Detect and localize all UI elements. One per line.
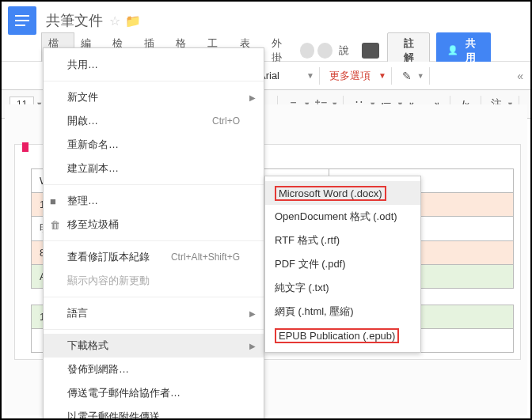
avatar-1[interactable]: [300, 43, 315, 59]
menu-trash[interactable]: 🗑移至垃圾桶: [44, 213, 264, 236]
menu-download[interactable]: 下載格式▶: [44, 334, 264, 358]
docs-logo: [8, 6, 36, 35]
comment-icon[interactable]: [362, 43, 379, 59]
menu-rename[interactable]: 重新命名…: [44, 133, 264, 157]
download-odt[interactable]: OpenDocument 格式 (.odt): [265, 205, 420, 229]
menu-revision[interactable]: 查看修訂版本紀錄Ctrl+Alt+Shift+G: [44, 245, 264, 269]
chevron-down-icon: ▼: [378, 71, 386, 80]
download-txt[interactable]: 純文字 (.txt): [265, 276, 420, 300]
menu-organize[interactable]: ■整理…: [44, 189, 264, 213]
trash-icon: 🗑: [50, 219, 60, 231]
more-options[interactable]: 更多選項: [325, 67, 375, 85]
avatar-2[interactable]: [317, 43, 332, 59]
download-html[interactable]: 網頁 (.html, 壓縮): [265, 300, 420, 324]
download-epub[interactable]: EPUB Publication (.epub): [265, 324, 420, 347]
chevron-right-icon: ▶: [249, 93, 256, 102]
menu-show-updates: 顯示內容的新更動: [44, 269, 264, 293]
download-docx[interactable]: Microsoft Word (.docx): [265, 181, 420, 205]
download-submenu: Microsoft Word (.docx) OpenDocument 格式 (…: [264, 176, 421, 353]
menu-copy[interactable]: 建立副本…: [44, 157, 264, 180]
download-pdf[interactable]: PDF 文件 (.pdf): [265, 252, 420, 276]
menu-email-attach[interactable]: 以電子郵件附件傳送…: [44, 405, 264, 420]
edit-icon[interactable]: ✎: [398, 67, 416, 85]
chevron-right-icon: ▶: [249, 342, 256, 350]
download-rtf[interactable]: RTF 格式 (.rtf): [265, 229, 420, 252]
folder-icon: ■: [50, 195, 56, 207]
chevron-right-icon: ▶: [249, 309, 256, 318]
menu-language[interactable]: 語言▶: [44, 301, 264, 325]
chevron-down-icon[interactable]: ▼: [306, 71, 314, 80]
collapse-icon[interactable]: «: [517, 70, 521, 82]
menu-help-partial[interactable]: 說: [332, 40, 355, 61]
star-icon[interactable]: ☆: [109, 13, 120, 28]
menu-share[interactable]: 共用…: [44, 53, 264, 77]
menu-open[interactable]: 開啟…Ctrl+O: [44, 109, 264, 133]
ruler-marker[interactable]: [22, 142, 28, 152]
folder-icon[interactable]: 📁: [125, 13, 141, 28]
file-dropdown: 共用… 新文件▶ 開啟…Ctrl+O 重新命名… 建立副本… ■整理… 🗑移至垃…: [43, 47, 264, 420]
doc-title[interactable]: 共筆文件: [46, 11, 103, 30]
menu-email-collab[interactable]: 傳送電子郵件給協作者…: [44, 381, 264, 405]
menu-publish[interactable]: 發佈到網路…: [44, 358, 264, 381]
menu-new[interactable]: 新文件▶: [44, 85, 264, 109]
